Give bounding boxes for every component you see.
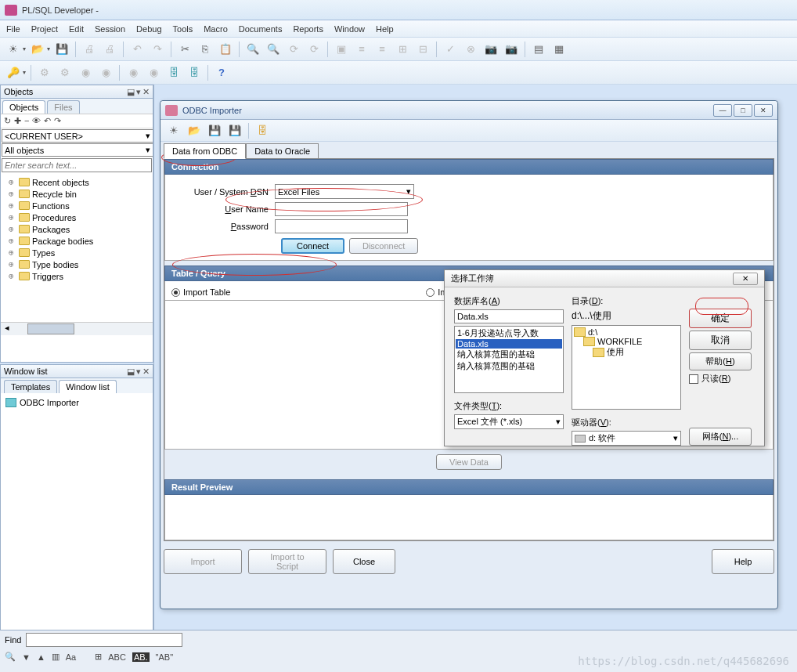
uncomment-icon[interactable]: ⊟ — [414, 41, 431, 58]
minimize-button[interactable]: — — [713, 104, 732, 117]
help-icon[interactable]: ? — [213, 64, 230, 81]
cut-icon[interactable]: ✂ — [176, 41, 193, 58]
view-data-button[interactable]: View Data — [436, 454, 502, 470]
menu-debug[interactable]: Debug — [136, 24, 161, 34]
db-icon[interactable]: 🗄 — [165, 64, 182, 81]
filter-dropdown[interactable]: All objects▾ — [2, 143, 153, 157]
obj-find-icon[interactable]: 👁 — [32, 116, 41, 126]
indent-icon[interactable]: ≡ — [353, 41, 370, 58]
current-user-dropdown[interactable]: <CURRENT USER>▾ — [2, 129, 153, 143]
cancel-button[interactable]: 取消 — [689, 331, 752, 350]
menu-window[interactable]: Window — [334, 24, 365, 34]
extra6-icon[interactable]: ◉ — [145, 64, 162, 81]
menu-reports[interactable]: Reports — [293, 24, 323, 34]
obj-fwd-icon[interactable]: ↷ — [54, 116, 61, 126]
abc-box-icon[interactable]: AB. — [132, 652, 150, 662]
close-panel-icon[interactable]: ✕ — [142, 367, 150, 377]
windowlist-item[interactable]: ODBC Importer — [4, 396, 150, 409]
tab-templates[interactable]: Templates — [4, 380, 57, 393]
help-odbc-button[interactable]: Help — [712, 549, 774, 574]
stop-icon[interactable]: 📷 — [503, 41, 520, 58]
workbook-close-button[interactable]: ✕ — [733, 273, 758, 285]
print-icon[interactable]: 🖨 — [81, 41, 98, 58]
menu-help[interactable]: Help — [376, 24, 394, 34]
commit-icon[interactable]: ✓ — [442, 41, 459, 58]
saveas-icon[interactable]: 💾 — [226, 122, 243, 139]
list-item[interactable]: 纳入核算范围的基础 — [456, 349, 562, 360]
abc-text-icon[interactable]: ABC — [108, 652, 126, 662]
list-item[interactable]: 纳入核算范围的基础 — [456, 360, 562, 372]
list-item[interactable]: 1-6月投递站点导入数 — [456, 327, 562, 339]
outdent-icon[interactable]: ≡ — [373, 41, 391, 58]
network-button[interactable]: 网络(N)... — [689, 428, 752, 446]
save-icon[interactable]: 💾 — [53, 41, 70, 58]
odbc-titlebar[interactable]: ODBC Importer — □ ✕ — [160, 101, 777, 120]
copy-icon[interactable]: ⎘ — [197, 41, 214, 58]
open2-icon[interactable]: 📂 — [186, 122, 203, 139]
tab-data-to-oracle[interactable]: Data to Oracle — [246, 143, 319, 159]
password-input[interactable] — [275, 219, 408, 233]
menu-edit[interactable]: Edit — [69, 24, 84, 34]
menu-macro[interactable]: Macro — [204, 24, 228, 34]
db-file-list[interactable]: 1-6月投递站点导入数 Data.xls 纳入核算范围的基础 纳入核算范围的基础 — [454, 326, 564, 393]
dir-tree[interactable]: d:\ WORKFILE 使用 — [572, 325, 681, 410]
db3-icon[interactable]: 🗄 — [254, 122, 271, 139]
obj-refresh-icon[interactable]: ↻ — [4, 116, 11, 126]
ok-button[interactable]: 确定 — [689, 309, 752, 328]
obj-add-icon[interactable]: ✚ — [14, 116, 21, 126]
pin-icon[interactable]: ⬓ — [127, 87, 135, 97]
case-icon[interactable]: Aa — [66, 652, 76, 662]
close-button[interactable]: ✕ — [754, 104, 773, 117]
findnext-icon[interactable]: ⟳ — [285, 41, 302, 58]
obj-remove-icon[interactable]: − — [24, 116, 29, 126]
find-icon[interactable]: 🔍 — [244, 41, 261, 58]
connect-button[interactable]: Connect — [281, 238, 344, 254]
undo-icon[interactable]: ↶ — [128, 41, 146, 58]
drive-dropdown[interactable]: d: 软件▾ — [572, 431, 681, 446]
disconnect-button[interactable]: Disconnect — [349, 238, 418, 254]
extra1-icon[interactable]: ⚙ — [36, 64, 53, 81]
menu-file[interactable]: File — [6, 24, 20, 34]
db2-icon[interactable]: 🗄 — [186, 64, 203, 81]
save2-icon[interactable]: 💾 — [206, 122, 223, 139]
maximize-button[interactable]: □ — [734, 104, 752, 117]
object-search-input[interactable] — [2, 158, 152, 172]
highlight-icon[interactable]: ▥ — [52, 652, 60, 662]
pin-icon[interactable]: ⬓ — [127, 367, 135, 377]
menu-documents[interactable]: Documents — [239, 24, 283, 34]
menu-project[interactable]: Project — [31, 24, 58, 34]
dropdown-icon[interactable]: ▾ — [136, 367, 141, 377]
dropdown-icon[interactable]: ▾ — [136, 87, 141, 97]
help-button[interactable]: 帮助(H) — [689, 352, 752, 370]
import-button[interactable]: Import — [164, 549, 242, 574]
tab-objects[interactable]: Objects — [2, 100, 45, 114]
tab-windowlist[interactable]: Window list — [59, 380, 117, 393]
dsn-dropdown[interactable]: Excel Files▾ — [275, 184, 414, 199]
open-icon[interactable]: 📂 — [29, 41, 46, 58]
tile-icon[interactable]: ▦ — [550, 41, 568, 58]
arrow-up-icon[interactable]: ▲ — [37, 652, 45, 662]
key-icon[interactable]: 🔑 — [5, 64, 22, 81]
filetype-dropdown[interactable]: Excel 文件 (*.xls)▾ — [454, 414, 564, 429]
tab-data-from-odbc[interactable]: Data from ODBC — [164, 143, 246, 159]
print-preview-icon[interactable]: 🖨 — [101, 41, 118, 58]
menu-tools[interactable]: Tools — [173, 24, 193, 34]
db-name-input[interactable] — [454, 309, 564, 323]
refresh-icon[interactable]: ⟳ — [305, 41, 323, 58]
username-input[interactable] — [275, 202, 408, 216]
binoculars-icon[interactable]: 🔍 — [5, 652, 16, 662]
menu-session[interactable]: Session — [95, 24, 125, 34]
list-item[interactable]: Data.xls — [456, 339, 562, 349]
icon-e[interactable]: ⊞ — [95, 652, 102, 662]
execute-icon[interactable]: ▣ — [333, 41, 350, 58]
sun-icon[interactable]: ☀ — [165, 122, 182, 139]
comment-icon[interactable]: ⊞ — [394, 41, 411, 58]
extra4-icon[interactable]: ◉ — [97, 64, 114, 81]
cascade-icon[interactable]: ▤ — [530, 41, 547, 58]
import-to-script-button[interactable]: Import to Script — [248, 549, 326, 574]
replace-icon[interactable]: 🔍 — [265, 41, 282, 58]
object-tree[interactable]: ⊕Recent objects ⊕Recycle bin ⊕Functions … — [1, 173, 153, 322]
record-icon[interactable]: 📷 — [482, 41, 499, 58]
rollback-icon[interactable]: ⊗ — [462, 41, 479, 58]
find-input[interactable] — [26, 633, 182, 647]
